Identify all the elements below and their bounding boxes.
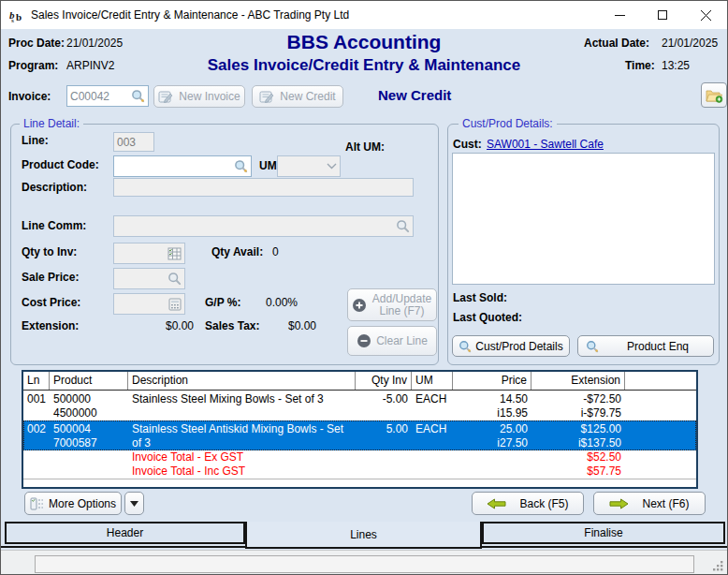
open-document-button[interactable] <box>701 82 727 108</box>
minimize-button[interactable] <box>598 1 641 29</box>
product-enq-button[interactable]: Product Enq <box>577 335 714 357</box>
search-icon[interactable] <box>396 219 410 233</box>
col-header-product[interactable]: Product <box>50 372 128 390</box>
product-code-input[interactable] <box>113 155 252 177</box>
actual-date-label: Actual Date: <box>584 37 649 50</box>
total-inc-gst-label: Invoice Total - Inc GST <box>128 464 356 479</box>
maximize-button[interactable] <box>641 1 684 29</box>
cust-prod-details-button[interactable]: Cust/Prod Details <box>452 335 570 357</box>
cost-price-input[interactable] <box>113 293 185 315</box>
sale-price-label: Sale Price: <box>22 271 79 284</box>
calculator-icon[interactable] <box>168 298 182 311</box>
cell-product: 500004 <box>50 422 128 436</box>
invoice-lines-table[interactable]: Ln Product Description Qty Inv UM Price … <box>22 370 698 489</box>
cell-ln: 001 <box>23 392 50 406</box>
more-options-dropdown-button[interactable] <box>124 492 144 515</box>
table-row-selected[interactable]: 002 500004 Stainless Steel Antiskid Mixi… <box>23 420 696 450</box>
new-invoice-button[interactable]: New Invoice <box>153 85 245 108</box>
chevron-down-icon <box>327 163 337 170</box>
cell-price-inc: i15.95 <box>453 406 531 420</box>
green-left-arrow-icon <box>487 498 506 509</box>
total-ex-gst-value: $52.50 <box>531 450 625 464</box>
document-edit-icon <box>259 91 274 103</box>
window-title: Sales Invoice/Credit Entry & Maintenance… <box>31 8 349 22</box>
new-credit-button[interactable]: New Credit <box>252 85 343 108</box>
qty-to-inv-label: Qty to Inv: <box>22 245 77 258</box>
col-header-extension[interactable]: Extension <box>531 372 625 390</box>
tab-lines[interactable]: Lines <box>245 522 482 549</box>
entry-mode-status: New Credit <box>378 87 451 103</box>
minus-circle-icon <box>357 333 371 348</box>
close-button[interactable] <box>684 1 727 29</box>
cust-prod-details-label: Cust/Prod Details <box>475 340 562 353</box>
back-button[interactable]: Back (F5) <box>472 492 584 515</box>
table-row[interactable]: 001 500000 Stainless Steel Mixing Bowls … <box>23 391 696 420</box>
alt-um-label: Alt UM: <box>345 140 385 154</box>
next-label: Next (F6) <box>642 497 689 510</box>
back-label: Back (F5) <box>519 497 568 510</box>
qty-avail-value: 0 <box>272 245 279 258</box>
cell-extension-inc: i$137.50 <box>531 436 625 450</box>
col-header-ln[interactable]: Ln <box>23 372 50 390</box>
col-header-um[interactable]: UM <box>412 372 453 390</box>
add-update-line-button[interactable]: Add/Update Line (F7) <box>347 288 437 321</box>
customer-link[interactable]: SAW001 - Sawtell Cafe <box>487 138 604 151</box>
maximize-icon <box>658 10 667 20</box>
um-select[interactable] <box>277 155 341 177</box>
search-icon[interactable] <box>167 272 182 286</box>
col-header-description[interactable]: Description <box>128 372 356 390</box>
cust-prod-info-box <box>452 153 715 285</box>
more-options-button[interactable]: More Options <box>24 492 122 515</box>
sales-tax-label: Sales Tax: <box>205 319 259 332</box>
screen-title: Sales Invoice/Credit Entry & Maintenance <box>1 56 727 75</box>
resize-grip[interactable] <box>711 559 724 572</box>
gp-value: 0.00% <box>266 296 298 309</box>
next-button[interactable]: Next (F6) <box>593 492 706 515</box>
cell-extension-inc: i-$79.75 <box>531 406 625 420</box>
tab-header[interactable]: Header <box>5 522 245 544</box>
tab-finalise[interactable]: Finalise <box>482 522 725 544</box>
more-options-label: More Options <box>49 497 116 510</box>
grid-lookup-icon[interactable] <box>167 247 182 260</box>
cell-product: 500000 <box>50 392 128 406</box>
invoice-label: Invoice: <box>8 90 51 103</box>
tab-finalise-label: Finalise <box>584 526 622 539</box>
document-edit-icon <box>158 91 173 103</box>
extension-value: $0.00 <box>141 319 194 332</box>
cell-ln: 002 <box>23 422 50 436</box>
col-header-filler <box>625 372 696 390</box>
search-icon[interactable] <box>234 159 248 173</box>
total-inc-gst-value: $57.75 <box>531 464 625 479</box>
qty-avail-label: Qty Avail: <box>211 245 263 258</box>
cell-extension: $125.00 <box>531 422 625 436</box>
cell-product-alt: 4500000 <box>50 406 128 420</box>
cell-um: EACH <box>412 392 453 406</box>
cust-prod-group-label: Cust/Prod Details: <box>459 117 557 130</box>
add-update-line-label: Add/Update Line (F7) <box>371 293 432 317</box>
clear-line-button[interactable]: Clear Line <box>347 326 437 356</box>
qty-to-inv-input[interactable] <box>113 243 185 264</box>
line-number-field: 003 <box>113 132 154 152</box>
time-label: Time: <box>625 59 655 72</box>
line-number-value: 003 <box>117 136 151 149</box>
cost-price-label: Cost Price: <box>22 296 80 309</box>
cell-description: Stainless Steel Mixing Bowls - Set of 3 <box>128 392 356 406</box>
invoice-value: C00042 <box>70 90 131 103</box>
cell-um: EACH <box>412 422 453 436</box>
cell-price-inc: i27.50 <box>453 436 531 450</box>
line-comm-input[interactable] <box>113 215 414 237</box>
cust-label: Cust: <box>453 138 482 151</box>
sale-price-input[interactable] <box>113 268 185 289</box>
search-icon <box>586 340 599 353</box>
minimize-icon <box>615 10 625 21</box>
time-value: 13:25 <box>662 59 690 72</box>
col-header-qty-inv[interactable]: Qty Inv <box>356 372 412 390</box>
line-label: Line: <box>22 134 49 147</box>
invoice-totals: Invoice Total - Ex GST $52.50 Invoice To… <box>23 450 696 479</box>
tab-header-label: Header <box>107 526 143 539</box>
product-code-label: Product Code: <box>22 158 99 171</box>
search-icon[interactable] <box>131 89 145 103</box>
green-right-arrow-icon <box>609 498 629 509</box>
invoice-input[interactable]: C00042 <box>66 85 149 107</box>
col-header-price[interactable]: Price <box>453 372 531 390</box>
